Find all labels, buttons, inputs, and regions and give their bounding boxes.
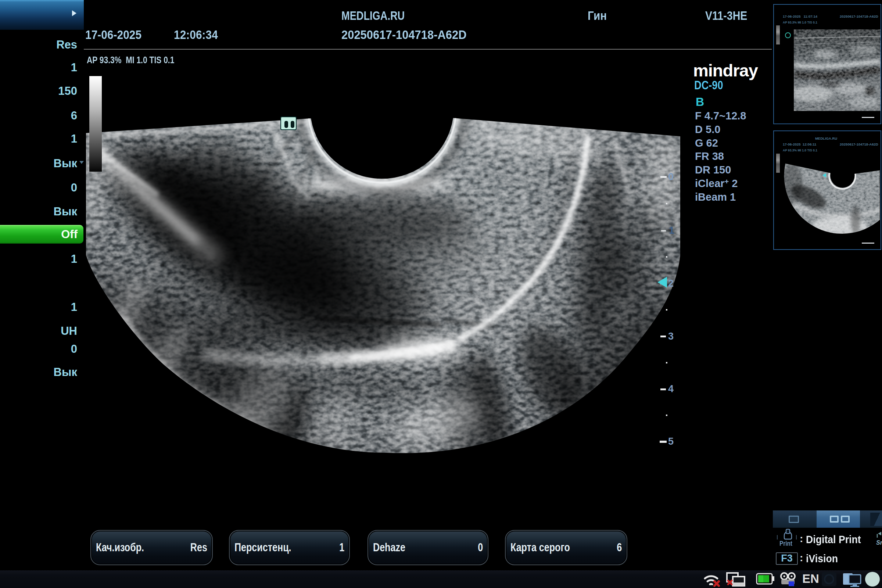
svg-text:MEDLIGA.RU: MEDLIGA.RU: [815, 136, 837, 140]
svg-text:20250617-104718-A62D: 20250617-104718-A62D: [840, 142, 878, 146]
svg-text:17-06-2025 11:07:14: 17-06-2025 11:07:14: [783, 14, 818, 18]
svg-text:20250617-104718-A62D: 20250617-104718-A62D: [840, 14, 878, 18]
svg-text:AP 93.3% MI 1.0 TIS 0.1: AP 93.3% MI 1.0 TIS 0.1: [783, 21, 818, 24]
svg-text:EN: EN: [802, 572, 819, 585]
svg-text:17-06-2025 12:06:11: 17-06-2025 12:06:11: [783, 142, 817, 146]
svg-text:AP 93.3% MI 1.0 TIS 0.1: AP 93.3% MI 1.0 TIS 0.1: [783, 148, 818, 152]
